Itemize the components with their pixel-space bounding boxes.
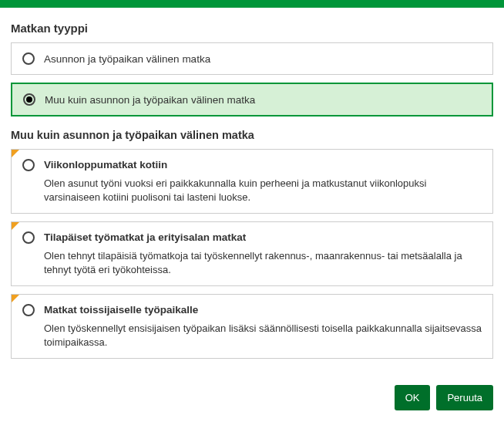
radio-icon [22, 304, 35, 316]
radio-icon [22, 231, 35, 244]
subtype-title: Tilapäiset työmatkat ja erityisalan matk… [44, 231, 482, 243]
dialog-container: Matkan tyyppi Asunnon ja työpaikan välin… [0, 8, 504, 377]
subtype-option-temporary[interactable]: Tilapäiset työmatkat ja erityisalan matk… [11, 221, 493, 286]
subtype-desc: Olen työskennellyt ensisijaisen työpaika… [44, 322, 482, 349]
trip-type-option-home-work[interactable]: Asunnon ja työpaikan välinen matka [11, 42, 493, 75]
trip-type-label: Asunnon ja työpaikan välinen matka [44, 53, 210, 65]
subtype-desc: Olen asunut työni vuoksi eri paikkakunna… [44, 177, 482, 204]
radio-icon [23, 93, 35, 106]
subtype-title: Matkat toissijaiselle työpaikalle [44, 304, 482, 316]
subtype-option-secondary[interactable]: Matkat toissijaiselle työpaikalle Olen t… [11, 294, 493, 359]
section2-title: Muu kuin asunnon ja työpaikan välinen ma… [11, 129, 493, 141]
subtype-desc: Olen tehnyt tilapäisiä työmatkoja tai ty… [44, 249, 482, 276]
section1-title: Matkan tyyppi [11, 22, 493, 35]
button-row: OK Peruuta [0, 377, 504, 421]
subtype-title: Viikonloppumatkat kotiin [44, 159, 482, 170]
ok-button[interactable]: OK [395, 385, 431, 410]
top-bar [0, 0, 504, 8]
radio-icon [22, 52, 35, 65]
cancel-button[interactable]: Peruuta [436, 385, 493, 410]
radio-icon [22, 159, 35, 171]
trip-type-option-other[interactable]: Muu kuin asunnon ja työpaikan välinen ma… [11, 83, 493, 116]
subtype-option-weekend[interactable]: Viikonloppumatkat kotiin Olen asunut työ… [11, 149, 493, 214]
trip-type-label: Muu kuin asunnon ja työpaikan välinen ma… [45, 94, 255, 106]
